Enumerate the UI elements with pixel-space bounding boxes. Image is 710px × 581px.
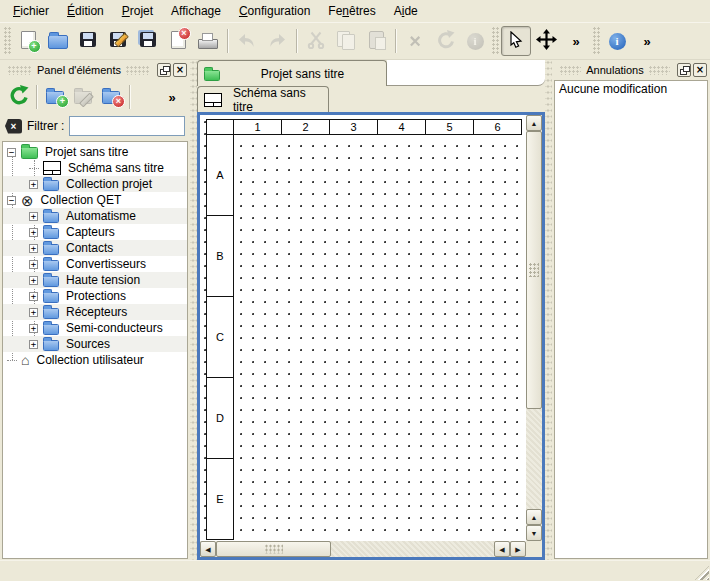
paste-button[interactable]	[361, 26, 391, 56]
toolbar-separator	[296, 29, 297, 53]
new-category-button[interactable]: +	[41, 83, 69, 111]
about-button[interactable]: i	[602, 26, 632, 56]
column-header-6: 6	[474, 120, 522, 135]
rotate-button[interactable]	[430, 26, 460, 56]
expander-plus-icon[interactable]: +	[29, 212, 38, 221]
right-splitter[interactable]	[545, 60, 552, 560]
column-header-2: 2	[282, 120, 330, 135]
tree-item-protections[interactable]: +Protections	[3, 288, 187, 304]
float-panel-button[interactable]	[677, 63, 691, 77]
tree-item-collection-qet[interactable]: −⊗Collection QET	[3, 192, 187, 208]
horizontal-scroll-track[interactable]	[331, 541, 494, 557]
clear-filter-button[interactable]: ×	[5, 119, 22, 134]
close-panel-button[interactable]: ×	[173, 63, 187, 77]
horizontal-scrollbar[interactable]: ◀ ◀ ▶	[200, 541, 526, 557]
expander-plus-icon[interactable]: +	[29, 260, 38, 269]
overflow-button[interactable]: »	[158, 83, 186, 111]
info-toolbar-handle[interactable]	[593, 27, 600, 55]
expander-plus-icon[interactable]: +	[29, 308, 38, 317]
filter-input[interactable]	[69, 116, 185, 136]
tree-item-capteurs[interactable]: +Capteurs	[3, 224, 187, 240]
resize-grip[interactable]	[695, 566, 709, 580]
scroll-left-button-right[interactable]: ◀	[494, 541, 510, 557]
cut-button[interactable]	[301, 26, 331, 56]
folder-icon	[43, 290, 59, 303]
scroll-down-button[interactable]: ▼	[526, 525, 542, 541]
tree-item-collection-utilisateur[interactable]: ⌂Collection utilisateur	[3, 352, 187, 368]
tree-item-convertisseurs[interactable]: +Convertisseurs	[3, 256, 187, 272]
selection-toolbar-handle[interactable]	[492, 27, 499, 55]
overflow-button[interactable]: »	[561, 26, 591, 56]
folder-icon	[43, 274, 59, 287]
tab-project[interactable]: Projet sans titre	[197, 60, 387, 86]
close-panel-button[interactable]: ×	[693, 63, 707, 77]
menu-edition[interactable]: Édition	[58, 1, 113, 21]
copy-button[interactable]	[331, 26, 361, 56]
tree-item-haute-tension[interactable]: +Haute tension	[3, 272, 187, 288]
menu-fichier[interactable]: Fichier	[4, 1, 58, 21]
qelectrotech-window: FichierÉditionProjetAffichageConfigurati…	[0, 0, 710, 581]
float-panel-button[interactable]	[157, 63, 171, 77]
scroll-right-button[interactable]: ▶	[510, 541, 526, 557]
delete-button[interactable]: ×	[400, 26, 430, 56]
scroll-up-button-bottom[interactable]: ▲	[526, 509, 542, 525]
undo-list-item[interactable]: Aucune modification	[555, 81, 707, 97]
undo-history-list[interactable]: Aucune modification	[554, 80, 708, 559]
expander-plus-icon[interactable]: +	[29, 228, 38, 237]
file-edit-toolbar-handle[interactable]	[4, 27, 11, 55]
expander-plus-icon[interactable]: +	[29, 292, 38, 301]
overflow-button[interactable]: »	[632, 26, 662, 56]
tree-item-semi-conducteurs[interactable]: +Semi-conducteurs	[3, 320, 187, 336]
select-mode-button[interactable]	[501, 26, 531, 56]
dock-grip-texture	[560, 66, 581, 75]
undo-button[interactable]	[232, 26, 262, 56]
save-button[interactable]	[73, 26, 103, 56]
vertical-scrollbar[interactable]: ▲ ▲ ▼	[526, 115, 542, 541]
menu-configuration[interactable]: Configuration	[230, 1, 319, 21]
menu-affichage[interactable]: Affichage	[162, 1, 230, 21]
left-splitter[interactable]	[190, 60, 197, 560]
diagram-canvas[interactable]: 123456 ABCDE	[200, 115, 526, 541]
menu-projet[interactable]: Projet	[113, 1, 162, 21]
tree-item-label: Projet sans titre	[43, 145, 130, 159]
tree-item-sources[interactable]: +Sources	[3, 336, 187, 352]
new-document-button[interactable]: +	[13, 26, 43, 56]
expander-plus-icon[interactable]: +	[29, 180, 38, 189]
expander-minus-icon[interactable]: −	[7, 196, 16, 205]
tree-item-collection-projet[interactable]: +Collection projet	[3, 176, 187, 192]
expander-plus-icon[interactable]: +	[29, 244, 38, 253]
tree-item-automatisme[interactable]: +Automatisme	[3, 208, 187, 224]
tree-item-contacts[interactable]: +Contacts	[3, 240, 187, 256]
scroll-left-button[interactable]: ◀	[200, 541, 216, 557]
expander-minus-icon[interactable]: −	[7, 148, 16, 157]
redo-button[interactable]	[262, 26, 292, 56]
expander-plus-icon[interactable]: +	[29, 340, 38, 349]
save-all-button[interactable]	[133, 26, 163, 56]
folder-icon	[43, 306, 59, 319]
tree-item-projet-sans-titre[interactable]: −Projet sans titre	[3, 144, 187, 160]
tree-item-r-cepteurs[interactable]: +Récepteurs	[3, 304, 187, 320]
edit-category-icon	[74, 87, 92, 107]
expander-plus-icon[interactable]: +	[29, 276, 38, 285]
open-project-button[interactable]	[43, 26, 73, 56]
expander-plus-icon[interactable]: +	[29, 324, 38, 333]
tab-schema[interactable]: Schéma sans titre	[197, 86, 329, 112]
vertical-scroll-thumb[interactable]	[526, 131, 542, 409]
save-as-button[interactable]	[103, 26, 133, 56]
scroll-up-button[interactable]: ▲	[526, 115, 542, 131]
menu-aide[interactable]: Aide	[385, 1, 427, 21]
elements-panel-dock: Panel d'éléments × +×» × Filtrer : −Proj…	[0, 60, 190, 560]
print-button[interactable]	[193, 26, 223, 56]
close-file-button[interactable]: ×	[163, 26, 193, 56]
tab-bar-empty-area	[387, 60, 545, 86]
tree-item-label: Sources	[64, 337, 112, 351]
tree-item-sch-ma-sans-titre[interactable]: Schéma sans titre	[3, 160, 187, 176]
reload-collections-button[interactable]	[4, 83, 32, 111]
edit-category-button[interactable]	[69, 83, 97, 111]
vertical-scroll-track[interactable]	[526, 409, 542, 509]
move-mode-button[interactable]	[531, 26, 561, 56]
properties-button[interactable]: i	[460, 26, 490, 56]
horizontal-scroll-thumb[interactable]	[216, 541, 331, 557]
menu-fenetres[interactable]: Fenêtres	[319, 1, 384, 21]
delete-category-button[interactable]: ×	[97, 83, 125, 111]
